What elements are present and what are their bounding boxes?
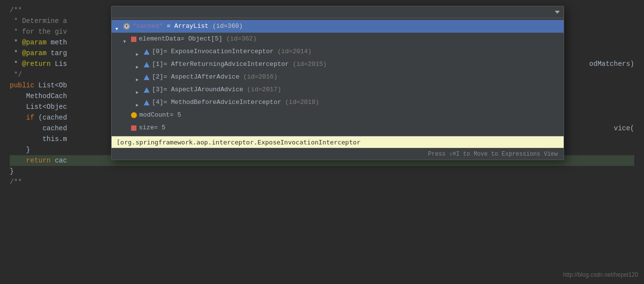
watermark: http://blog.csdn.net/hepei120: [563, 271, 638, 278]
triangle-icon: [144, 75, 150, 80]
yellow-circle-icon: [131, 112, 137, 118]
expand-icon[interactable]: [115, 23, 121, 29]
tree-item-elementdata[interactable]: elementData= Object[5] (id=362): [112, 33, 564, 45]
tree-item-4[interactable]: [4]= MethodBeforeAdviceInterceptor (id=2…: [112, 96, 564, 109]
debugger-popup: "cached" = ArrayList (id=360) elementDat…: [111, 6, 564, 160]
code-line: /**: [10, 177, 634, 187]
tree-item-root[interactable]: "cached" = ArrayList (id=360): [112, 20, 564, 33]
triangle-icon: [144, 87, 150, 93]
tree-item-3[interactable]: [3]= AspectJAroundAdvice (id=2017): [112, 83, 564, 96]
item-key: [2]= AspectJAfterAdvice (id=2016): [152, 72, 277, 82]
tree-item-1[interactable]: [1]= AfterReturningAdviceInterceptor (id…: [112, 58, 564, 71]
item-key: [3]= AspectJAroundAdvice (id=2017): [152, 84, 281, 95]
collapse-icon[interactable]: [136, 74, 142, 80]
collapse-icon[interactable]: [136, 49, 142, 55]
tree-item-size[interactable]: size= 5: [112, 122, 564, 134]
item-key: size= 5: [139, 122, 166, 133]
item-key: [0]= ExposeInvocationInterceptor (id=201…: [152, 46, 312, 57]
collapse-icon[interactable]: [136, 61, 142, 67]
popup-header: [112, 6, 564, 18]
chevron-down-icon[interactable]: [555, 11, 560, 14]
popup-tree[interactable]: "cached" = ArrayList (id=360) elementDat…: [112, 18, 564, 136]
watch-icon: [123, 23, 130, 30]
popup-status: Press ⇧⌘I to Move to Expressions View: [112, 148, 564, 160]
item-key: "cached" = ArrayList (id=360): [133, 21, 243, 32]
triangle-icon: [144, 49, 150, 55]
collapse-icon[interactable]: [136, 100, 142, 105]
code-line: }: [10, 166, 634, 177]
tree-item-0[interactable]: [0]= ExposeInvocationInterceptor (id=201…: [112, 45, 564, 58]
tree-item-2[interactable]: [2]= AspectJAfterAdvice (id=2016): [112, 71, 564, 83]
triangle-icon: [144, 100, 150, 105]
expand-icon[interactable]: [123, 36, 129, 42]
item-key: elementData= Object[5] (id=362): [139, 34, 257, 44]
item-key: modCount= 5: [139, 110, 181, 121]
collapse-icon[interactable]: [136, 87, 142, 93]
item-key: [1]= AfterReturningAdviceInterceptor (id…: [152, 59, 327, 70]
tree-item-modcount[interactable]: modCount= 5: [112, 109, 564, 122]
red-square-icon: [131, 125, 136, 131]
triangle-icon: [144, 62, 150, 67]
red-square-icon: [131, 37, 136, 42]
popup-tooltip: [org.springframework.aop.interceptor.Exp…: [112, 136, 564, 148]
item-key: [4]= MethodBeforeAdviceInterceptor (id=2…: [152, 97, 319, 108]
